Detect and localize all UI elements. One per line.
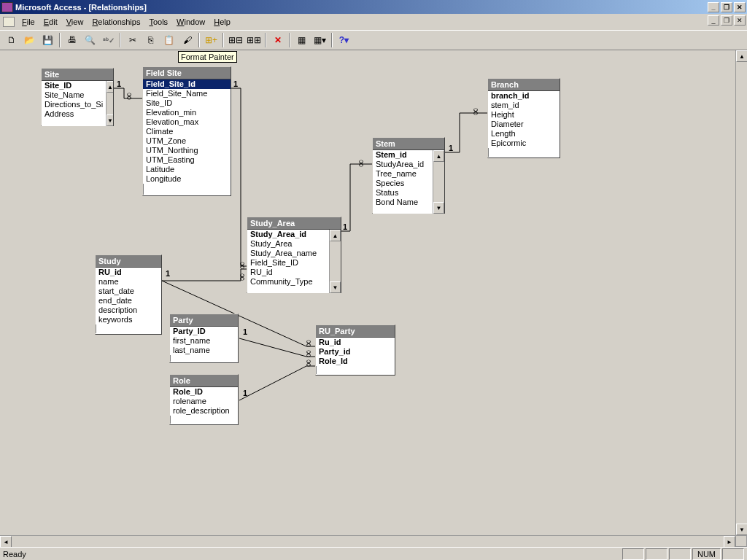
- help-button[interactable]: ?▾: [336, 32, 352, 48]
- field[interactable]: Ru_id: [316, 338, 395, 347]
- scrollbar[interactable]: ▲▼: [329, 230, 341, 293]
- clear-layout-button[interactable]: ✕: [269, 32, 286, 48]
- paste-button[interactable]: 📋: [160, 32, 177, 48]
- field-list[interactable]: RU_id name start_date end_date descripti…: [96, 268, 161, 324]
- field[interactable]: Study_Area: [247, 239, 329, 249]
- field[interactable]: Field_Site_ID: [247, 258, 329, 268]
- menu-edit[interactable]: Edit: [39, 16, 62, 28]
- mdi-restore[interactable]: ❐: [721, 15, 732, 26]
- field-list[interactable]: Role_ID rolename role_description: [170, 387, 238, 416]
- table-branch[interactable]: Branch branch_id stem_id Height Diameter…: [487, 78, 560, 158]
- field[interactable]: UTM_Easting: [143, 155, 231, 165]
- vertical-scrollbar[interactable]: ▲ ▼: [735, 50, 747, 535]
- field[interactable]: Diameter: [488, 120, 560, 129]
- table-study-area[interactable]: Study_Area Study_Area_id Study_Area Stud…: [247, 217, 341, 293]
- field[interactable]: keywords: [96, 315, 161, 324]
- field-list[interactable]: Field_Site_Id Field_Site_Name Site_ID El…: [143, 79, 231, 184]
- menu-help[interactable]: Help: [209, 16, 235, 28]
- table-header[interactable]: Site: [42, 69, 113, 81]
- db-window-button[interactable]: ▦: [293, 32, 310, 48]
- field[interactable]: UTM_Zone: [143, 136, 231, 146]
- field[interactable]: start_date: [96, 287, 161, 296]
- menu-relationships[interactable]: Relationships: [88, 16, 144, 28]
- copy-button[interactable]: ⎘: [142, 32, 159, 48]
- field[interactable]: description: [96, 306, 161, 315]
- field[interactable]: last_name: [170, 346, 238, 355]
- mdi-close[interactable]: ✕: [734, 15, 746, 26]
- horizontal-scrollbar[interactable]: ◄ ►: [0, 535, 735, 547]
- format-painter-button[interactable]: 🖌: [179, 32, 196, 48]
- table-header[interactable]: Study_Area: [247, 217, 341, 230]
- table-header[interactable]: Party: [170, 314, 238, 327]
- field[interactable]: Study_Area_id: [247, 230, 329, 239]
- scroll-right[interactable]: ►: [724, 536, 735, 547]
- scroll-left[interactable]: ◄: [0, 536, 12, 547]
- field[interactable]: first_name: [170, 336, 238, 346]
- field[interactable]: Species: [373, 179, 433, 188]
- field[interactable]: Address: [42, 109, 106, 119]
- field[interactable]: stem_id: [488, 101, 560, 110]
- table-ru-party[interactable]: RU_Party Ru_id Party_id Role_Id: [315, 324, 395, 376]
- show-all-button[interactable]: ⊞⊞: [245, 32, 262, 48]
- field[interactable]: Epicormic: [488, 139, 560, 148]
- table-stem[interactable]: Stem Stem_id StudyArea_id Tree_name Spec…: [372, 137, 445, 214]
- field-list[interactable]: Study_Area_id Study_Area Study_Area_name…: [247, 230, 329, 293]
- field[interactable]: branch_id: [488, 91, 560, 101]
- field[interactable]: Site_Name: [42, 90, 106, 100]
- maximize-button[interactable]: ❐: [721, 2, 732, 12]
- open-button[interactable]: 📂: [21, 32, 38, 48]
- field[interactable]: Site_ID: [143, 98, 231, 108]
- table-site[interactable]: Site Site_ID Site_Name Directions_to_Si …: [41, 68, 114, 126]
- spelling-button[interactable]: ᵃᵇ✓: [100, 32, 117, 48]
- field-list[interactable]: Stem_id StudyArea_id Tree_name Species S…: [373, 150, 433, 214]
- mdi-icon[interactable]: [3, 17, 15, 27]
- field-list[interactable]: Party_ID first_name last_name: [170, 327, 238, 355]
- minimize-button[interactable]: _: [708, 2, 719, 12]
- field[interactable]: Latitude: [143, 165, 231, 174]
- field-list[interactable]: Ru_id Party_id Role_Id: [316, 338, 395, 366]
- relationships-canvas[interactable]: 1 ∞ 1 ∞ 1 ∞ 1 ∞ 1 ∞ ∞ 1 ∞ 1 ∞ Site Site_…: [0, 50, 747, 547]
- field[interactable]: Study_Area_name: [247, 249, 329, 258]
- table-header[interactable]: Field Site: [143, 67, 231, 79]
- table-field-site[interactable]: Field Site Field_Site_Id Field_Site_Name…: [142, 66, 231, 196]
- field[interactable]: StudyArea_id: [373, 160, 433, 169]
- field-list[interactable]: branch_id stem_id Height Diameter Length…: [488, 91, 560, 148]
- field[interactable]: RU_id: [247, 268, 329, 277]
- field[interactable]: Field_Site_Id: [143, 79, 231, 89]
- field[interactable]: Site_ID: [42, 81, 106, 90]
- field[interactable]: RU_id: [96, 268, 161, 277]
- field[interactable]: Climate: [143, 127, 231, 136]
- scrollbar[interactable]: ▲▼: [433, 150, 444, 214]
- scroll-down[interactable]: ▼: [736, 524, 747, 535]
- new-object-button[interactable]: ▦▾: [311, 32, 328, 48]
- preview-button[interactable]: 🔍: [82, 32, 98, 48]
- show-direct-button[interactable]: ⊞⊟: [227, 32, 244, 48]
- field[interactable]: Stem_id: [373, 150, 433, 160]
- field[interactable]: Party_ID: [170, 327, 238, 336]
- field-list[interactable]: Site_ID Site_Name Directions_to_Si Addre…: [42, 81, 106, 126]
- field[interactable]: Community_Type: [247, 277, 329, 287]
- table-header[interactable]: Study: [96, 255, 161, 268]
- table-header[interactable]: Branch: [488, 79, 560, 91]
- field[interactable]: UTM_Northing: [143, 146, 231, 155]
- menu-view[interactable]: View: [62, 16, 88, 28]
- table-role[interactable]: Role Role_ID rolename role_description: [169, 374, 239, 425]
- show-table-button[interactable]: ⊞+: [203, 32, 220, 48]
- field[interactable]: rolename: [170, 397, 238, 406]
- table-header[interactable]: RU_Party: [316, 325, 395, 338]
- field[interactable]: name: [96, 277, 161, 287]
- menu-tools[interactable]: Tools: [144, 16, 172, 28]
- menu-window[interactable]: Window: [172, 16, 209, 28]
- menu-file[interactable]: File: [18, 16, 39, 28]
- field[interactable]: Directions_to_Si: [42, 100, 106, 109]
- field[interactable]: Elevation_max: [143, 117, 231, 127]
- field[interactable]: Party_id: [316, 347, 395, 357]
- field[interactable]: Field_Site_Name: [143, 89, 231, 98]
- field[interactable]: Tree_name: [373, 169, 433, 179]
- field[interactable]: end_date: [96, 296, 161, 306]
- scrollbar[interactable]: ▲▼: [106, 81, 113, 126]
- field[interactable]: Role_ID: [170, 387, 238, 397]
- field[interactable]: Status: [373, 188, 433, 198]
- table-header[interactable]: Stem: [373, 138, 444, 150]
- table-header[interactable]: Role: [170, 375, 238, 387]
